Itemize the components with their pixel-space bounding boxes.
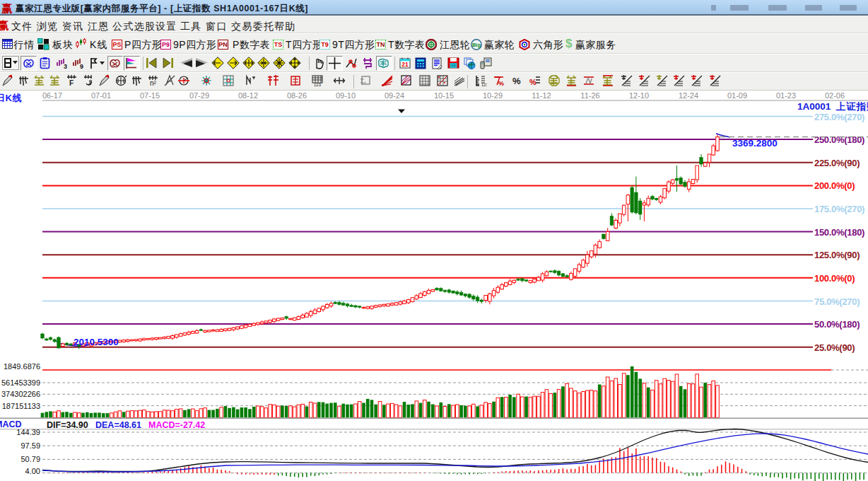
svg-text:%: % [498,80,504,87]
svg-text:10-29: 10-29 [483,91,503,100]
svg-text:25.0%(90): 25.0%(90) [814,342,855,353]
svg-text:75.0%(270): 75.0%(270) [814,296,860,307]
svg-text:125.0%(90): 125.0%(90) [814,250,860,260]
svg-text:09-24: 09-24 [385,91,404,100]
svg-text:374302266: 374302266 [1,390,40,398]
svg-text:2010.5300: 2010.5300 [74,337,119,347]
svg-text:175.0%(270): 175.0%(270) [814,204,864,214]
svg-text:01-23: 01-23 [776,91,796,100]
svg-text:200.0%(0): 200.0%(0) [814,180,855,191]
svg-text:3369.2800: 3369.2800 [732,138,778,149]
svg-text:02-06: 02-06 [825,91,845,100]
svg-text:97.59: 97.59 [20,441,40,450]
svg-text:123: 123 [481,83,487,87]
svg-text:12-24: 12-24 [679,91,698,100]
svg-text:F: F [69,79,74,87]
svg-text:225.0%(90): 225.0%(90) [814,158,860,168]
svg-text:01-09: 01-09 [727,91,747,100]
svg-text:09-10: 09-10 [336,91,356,100]
svg-text:Big: Big [472,42,481,48]
svg-text:21: 21 [401,61,409,68]
svg-text:9: 9 [80,63,83,69]
svg-text:%: % [512,76,521,86]
svg-text:11-26: 11-26 [580,91,599,100]
svg-text:123: 123 [314,83,322,87]
svg-text:%: % [529,78,536,86]
svg-text:50.0%(180): 50.0%(180) [814,319,860,330]
svg-text:3: 3 [64,63,67,69]
svg-text:08-26: 08-26 [287,91,307,100]
svg-text:10-15: 10-15 [434,91,454,100]
svg-text:12-10: 12-10 [629,91,649,100]
svg-text:150.0%(180): 150.0%(180) [814,227,864,238]
svg-text:250.0%(180): 250.0%(180) [814,134,864,145]
svg-text:07-01: 07-01 [91,91,111,100]
svg-text:100.0%(0): 100.0%(0) [814,273,855,284]
svg-text:1849.6876: 1849.6876 [4,362,40,371]
svg-text:n²: n² [150,79,157,87]
svg-text:4.00: 4.00 [25,467,40,475]
svg-text:561453399: 561453399 [1,378,40,387]
svg-text:07-15: 07-15 [140,91,160,100]
svg-text:08-12: 08-12 [238,91,258,100]
svg-text:06-17: 06-17 [42,91,62,100]
svg-text:07-29: 07-29 [189,91,209,100]
svg-text:50.79: 50.79 [20,455,40,463]
svg-text:11-12: 11-12 [532,91,551,100]
svg-text:187151133: 187151133 [2,402,40,410]
